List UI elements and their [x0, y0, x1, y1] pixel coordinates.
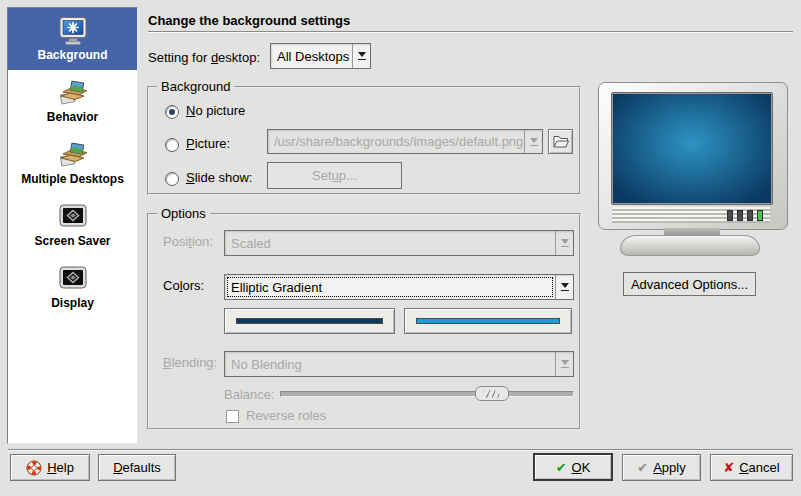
color1-button[interactable]: [224, 308, 395, 334]
help-button[interactable]: Help: [10, 454, 90, 481]
blending-label: Blending:: [163, 355, 217, 370]
position-select: Scaled: [224, 230, 574, 256]
check-icon: ✔: [637, 461, 648, 474]
monitor-indicator-lights: [727, 210, 763, 221]
page-title: Change the background settings: [148, 13, 350, 28]
colors-label: Colors:: [163, 278, 204, 293]
monitor-screen: [611, 92, 773, 205]
picture-label: Picture:: [186, 136, 230, 151]
screen-saver-icon: [56, 202, 90, 232]
module-list: Background Behavior: [7, 7, 138, 444]
browse-picture-button[interactable]: [548, 129, 573, 154]
footer-separator: [8, 449, 793, 451]
picture-path-select: /usr/share/backgrounds/images/default.pn…: [267, 129, 543, 154]
color1-swatch: [236, 318, 383, 324]
apply-button[interactable]: ✔ Apply: [622, 454, 701, 481]
desktop-select[interactable]: All Desktops: [270, 43, 371, 69]
multiple-desktops-icon: [56, 140, 90, 170]
help-label: Help: [47, 460, 74, 475]
background-group-title: Background: [157, 79, 234, 94]
sidebar-item-label: Multiple Desktops: [21, 172, 124, 186]
balance-label: Balance:: [224, 387, 275, 402]
slide-show-label: Slide show:: [186, 170, 252, 185]
defaults-label: Defaults: [113, 460, 161, 475]
options-group-title: Options: [157, 206, 210, 221]
defaults-button[interactable]: Defaults: [98, 454, 176, 481]
header-separator: [148, 31, 793, 33]
chevron-down-icon: [555, 275, 573, 299]
sidebar-item-screen-saver[interactable]: Screen Saver: [8, 194, 137, 256]
cancel-label: Cancel: [739, 460, 779, 475]
sidebar-item-label: Display: [51, 296, 94, 310]
picture-radio[interactable]: [165, 138, 179, 152]
sidebar-item-label: Behavior: [47, 110, 98, 124]
sidebar-item-label: Background: [37, 48, 107, 62]
sidebar-item-display[interactable]: Display: [8, 256, 137, 318]
check-icon: ✔: [556, 461, 567, 474]
blending-select: No Blending: [224, 351, 574, 377]
no-picture-radio[interactable]: [165, 105, 179, 119]
apply-label: Apply: [653, 460, 686, 475]
sidebar-item-background[interactable]: Background: [8, 8, 137, 70]
monitor-base: [620, 235, 760, 256]
sidebar-item-multiple-desktops[interactable]: Multiple Desktops: [8, 132, 137, 194]
color2-swatch: [416, 318, 560, 324]
colors-select[interactable]: Elliptic Gradient: [224, 274, 574, 300]
grip-icon: [484, 390, 499, 398]
background-group: Background No picture Picture: /usr/shar…: [147, 86, 581, 195]
reverse-roles-label: Reverse roles: [246, 408, 326, 423]
open-folder-icon: [552, 134, 569, 149]
position-label: Position:: [163, 234, 213, 249]
setup-button: Setup...: [267, 162, 402, 189]
slide-show-radio[interactable]: [165, 172, 179, 186]
desktop-behavior-icon: [56, 78, 90, 108]
options-group: Options Position: Scaled Colors: Ellipti…: [147, 213, 581, 430]
chevron-down-icon: [524, 130, 542, 153]
setting-for-desktop-label: Setting for desktop:: [148, 50, 260, 65]
chevron-down-icon: [352, 44, 370, 68]
sidebar-item-label: Screen Saver: [34, 234, 110, 248]
cancel-button[interactable]: ✘ Cancel: [710, 454, 793, 481]
kde-background-icon: [56, 16, 90, 46]
advanced-options-button[interactable]: Advanced Options...: [623, 272, 756, 296]
reverse-roles-checkbox: [226, 410, 239, 423]
balance-slider: [280, 391, 574, 397]
ok-button[interactable]: ✔ OK: [533, 453, 613, 481]
no-picture-label: No picture: [186, 103, 245, 118]
color2-button[interactable]: [404, 308, 572, 334]
balance-slider-handle: [475, 386, 509, 401]
ok-label: OK: [572, 460, 591, 475]
sidebar-item-behavior[interactable]: Behavior: [8, 70, 137, 132]
background-settings-dialog: Background Behavior: [0, 0, 801, 496]
chevron-down-icon: [555, 231, 573, 255]
chevron-down-icon: [555, 352, 573, 376]
display-icon: [56, 264, 90, 294]
cross-icon: ✘: [723, 461, 734, 474]
life-ring-icon: [26, 460, 42, 476]
